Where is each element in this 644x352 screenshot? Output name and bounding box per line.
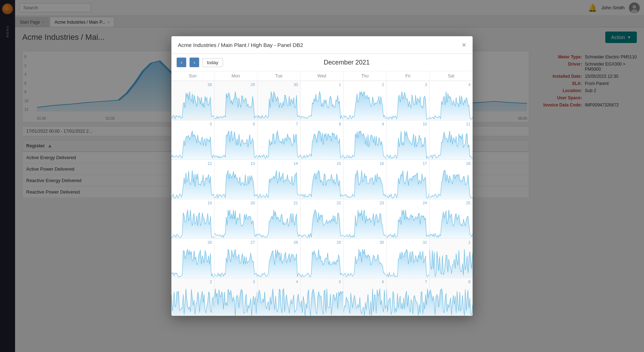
day-number: 7	[296, 122, 298, 126]
calendar-day-cell[interactable]: 4	[257, 278, 300, 316]
modal-close-button[interactable]: ×	[462, 41, 466, 48]
calendar-day-cell[interactable]: 3	[387, 81, 430, 120]
calendar-day-cell[interactable]: 18	[430, 160, 473, 199]
calendar-day-cell[interactable]: 11	[430, 120, 473, 160]
calendar-day-cell[interactable]: 16	[344, 160, 387, 199]
modal-title: Acme Industries / Main Plant / High Bay …	[178, 42, 303, 48]
mini-energy-chart	[430, 166, 473, 199]
calendar-day-cell[interactable]: 17	[387, 160, 430, 199]
svg-marker-39	[214, 289, 257, 316]
day-number: 5	[210, 122, 212, 126]
day-number: 10	[423, 122, 427, 126]
mini-energy-chart	[344, 87, 386, 120]
calendar-day-cell[interactable]: 20	[214, 199, 257, 239]
mini-energy-chart	[171, 245, 214, 278]
calendar-day-cell[interactable]: 12	[171, 160, 214, 199]
calendar-day-cell[interactable]: 6	[344, 278, 387, 316]
calendar-day-cell[interactable]: 30	[257, 81, 300, 120]
svg-marker-44	[430, 289, 473, 316]
mini-energy-chart	[387, 166, 429, 199]
svg-marker-6	[300, 91, 343, 120]
mini-energy-chart	[257, 285, 300, 316]
svg-marker-14	[344, 131, 386, 160]
svg-marker-26	[257, 210, 300, 238]
calendar-day-cell[interactable]: 23	[344, 199, 387, 239]
calendar-day-cell[interactable]: 28	[257, 239, 300, 278]
mini-energy-chart	[300, 285, 343, 316]
calendar-day-cell[interactable]: 8	[430, 278, 473, 316]
mini-energy-chart	[387, 206, 429, 238]
calendar-day-cell[interactable]: 15	[300, 160, 344, 199]
mini-energy-chart	[300, 166, 343, 199]
mini-energy-chart	[300, 127, 343, 160]
calendar-day-cell[interactable]: 27	[214, 239, 257, 278]
day-number: 31	[423, 240, 427, 244]
calendar-day-cell[interactable]: 10	[387, 120, 430, 160]
calendar-day-cell[interactable]: 19	[171, 199, 214, 239]
calendar-day-cell[interactable]: 8	[300, 120, 344, 160]
day-number: 14	[294, 161, 298, 166]
mini-energy-chart	[300, 245, 343, 278]
calendar-day-cell[interactable]: 2	[344, 81, 387, 120]
day-number: 8	[339, 122, 341, 126]
calendar-header: Sun Mon Tue Wed Thu Fri Sat	[171, 71, 473, 81]
svg-marker-31	[171, 249, 214, 278]
day-number: 4	[468, 82, 470, 87]
calendar-day-cell[interactable]: 29	[300, 239, 344, 278]
calendar-day-cell[interactable]: 30	[344, 239, 387, 278]
calendar-day-cell[interactable]: 7	[257, 120, 300, 160]
day-number: 25	[466, 201, 470, 205]
prev-month-button[interactable]: ‹	[176, 57, 186, 67]
mini-energy-chart	[214, 87, 257, 120]
mini-energy-chart	[344, 206, 386, 238]
calendar-day-cell[interactable]: 5	[171, 120, 214, 160]
calendar-day-cell[interactable]: 9	[344, 120, 387, 160]
mini-energy-chart	[300, 206, 343, 238]
dow-fri: Fri	[387, 71, 430, 81]
mini-energy-chart	[171, 166, 214, 199]
today-button[interactable]: today	[202, 58, 223, 67]
day-number: 28	[208, 82, 212, 87]
calendar-day-cell[interactable]: 24	[387, 199, 430, 239]
calendar-day-cell[interactable]: 29	[214, 81, 257, 120]
day-number: 17	[423, 161, 427, 166]
calendar-day-cell[interactable]: 3	[214, 278, 257, 316]
day-number: 8	[468, 280, 470, 284]
modal-nav: ‹ › today December 2021	[171, 54, 473, 71]
day-number: 27	[251, 240, 255, 244]
calendar-day-cell[interactable]: 14	[257, 160, 300, 199]
day-number: 24	[423, 201, 427, 205]
mini-energy-chart	[257, 245, 300, 278]
day-number: 11	[466, 122, 470, 126]
calendar-day-cell[interactable]: 6	[214, 120, 257, 160]
day-number: 20	[251, 201, 255, 205]
day-number: 26	[208, 240, 212, 244]
calendar-day-cell[interactable]: 28	[171, 81, 214, 120]
mini-energy-chart	[257, 166, 300, 199]
calendar-day-cell[interactable]: 2	[171, 278, 214, 316]
calendar-day-cell[interactable]: 22	[300, 199, 344, 239]
svg-marker-29	[387, 210, 429, 238]
calendar-day-cell[interactable]: 31	[387, 239, 430, 278]
mini-energy-chart	[344, 285, 386, 316]
calendar-day-cell[interactable]: 5	[300, 278, 344, 316]
svg-marker-27	[300, 210, 343, 238]
day-number: 5	[339, 280, 341, 284]
calendar-day-cell[interactable]: 7	[387, 278, 430, 316]
day-number: 15	[337, 161, 341, 166]
next-month-button[interactable]: ›	[189, 57, 199, 67]
svg-marker-36	[387, 249, 429, 278]
calendar-day-cell[interactable]: 4	[430, 81, 473, 120]
calendar-day-cell[interactable]: 1	[300, 81, 344, 120]
calendar-day-cell[interactable]: 13	[214, 160, 257, 199]
svg-marker-11	[214, 131, 257, 160]
mini-energy-chart	[300, 87, 343, 120]
svg-marker-5	[257, 91, 300, 120]
calendar-day-cell[interactable]: 26	[171, 239, 214, 278]
mini-energy-chart	[430, 206, 473, 238]
calendar-day-cell[interactable]: 21	[257, 199, 300, 239]
calendar-day-cell[interactable]: 1	[430, 239, 473, 278]
day-number: 18	[466, 161, 470, 166]
calendar-day-cell[interactable]: 25	[430, 199, 473, 239]
svg-marker-3	[171, 91, 214, 120]
